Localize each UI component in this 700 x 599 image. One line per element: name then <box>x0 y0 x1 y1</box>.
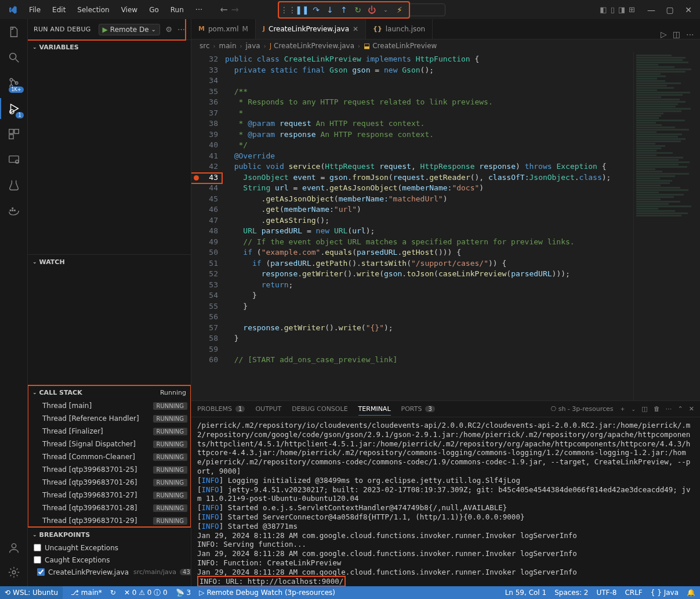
split-editor-icon[interactable]: ◫ <box>673 30 680 39</box>
breakpoint-file[interactable]: CreateLinkPreview.java src/main/java 43 <box>34 566 191 578</box>
callstack-thread[interactable]: Thread [qtp399683701-29]RUNNING <box>28 514 191 527</box>
status-language[interactable]: { } Java <box>651 589 679 597</box>
more-icon[interactable]: ⋯ <box>177 25 185 34</box>
step-into-icon[interactable]: ↓ <box>324 3 336 16</box>
tab-ports[interactable]: PORTS3 <box>401 405 435 413</box>
hot-reload-icon[interactable]: ⚡ <box>393 3 406 16</box>
new-terminal-icon[interactable]: ＋ <box>619 405 626 413</box>
accounts-icon[interactable] <box>6 540 22 556</box>
status-notifications[interactable]: 🔔 <box>687 589 695 597</box>
svg-rect-12 <box>12 210 13 211</box>
restart-icon[interactable]: ↻ <box>351 3 364 16</box>
gear-icon[interactable]: ⚙ <box>165 25 172 34</box>
tab-problems[interactable]: PROBLEMS1 <box>197 405 245 413</box>
menu-more[interactable]: ··· <box>191 3 207 16</box>
trash-icon[interactable]: 🗑 <box>654 405 660 413</box>
settings-gear-icon[interactable] <box>6 564 22 580</box>
layout-icon[interactable]: ◨ <box>618 5 625 14</box>
svg-point-10 <box>15 160 19 164</box>
explorer-icon[interactable] <box>6 24 22 40</box>
pause-icon[interactable]: ❚❚ <box>296 3 309 16</box>
breadcrumb[interactable]: src›main›java›J CreateLinkPreview.java›⬓… <box>191 39 700 52</box>
maximize-icon[interactable]: ▢ <box>662 5 678 15</box>
menu-run[interactable]: Run <box>166 3 188 16</box>
svg-point-0 <box>9 53 16 60</box>
callstack-thread[interactable]: Thread [Finalizer]RUNNING <box>28 425 191 438</box>
code-editor[interactable]: public class CreateLinkPreview implement… <box>225 52 633 400</box>
chevron-down-icon[interactable]: ⌄ <box>632 406 636 412</box>
extensions-icon[interactable] <box>6 126 22 142</box>
callstack-thread[interactable]: Thread [qtp399683701-25]RUNNING <box>28 463 191 476</box>
stop-icon[interactable]: ⏻ <box>365 3 378 16</box>
close-icon[interactable]: ✕ <box>680 5 697 15</box>
callstack-thread[interactable]: Thread [qtp399683701-28]RUNNING <box>28 501 191 514</box>
source-control-icon[interactable]: 1K+ <box>6 75 22 91</box>
svg-rect-13 <box>14 210 16 211</box>
chevron-down-icon[interactable]: ⌄ <box>379 3 392 16</box>
section-watch[interactable]: ⌄WATCH <box>28 255 191 269</box>
callstack-thread[interactable]: Thread [qtp399683701-26]RUNNING <box>28 476 191 489</box>
editor-tab[interactable]: Mpom.xml M <box>191 19 256 39</box>
callstack-thread[interactable]: Thread [Reference Handler]RUNNING <box>28 412 191 425</box>
editor-gutter[interactable]: 3233343536373839404142434445464748495051… <box>191 52 225 400</box>
callstack-thread[interactable]: Thread [Common-Cleaner]RUNNING <box>28 450 191 463</box>
menu-edit[interactable]: Edit <box>48 3 70 16</box>
status-remote[interactable]: ⟲ WSL: Ubuntu <box>0 586 63 599</box>
debug-toolbar: ⋮⋮ ❚❚ ↷ ↓ ↑ ↻ ⏻ ⌄ ⚡ <box>278 2 409 18</box>
breakpoint-uncaught[interactable]: Uncaught Exceptions <box>34 542 191 554</box>
status-sync[interactable]: ↻ <box>110 586 116 599</box>
docker-icon[interactable] <box>6 203 22 219</box>
layout-icon[interactable]: ⊞ <box>629 5 635 14</box>
menu-selection[interactable]: Selection <box>72 3 114 16</box>
callstack-thread[interactable]: Thread [qtp399683701-27]RUNNING <box>28 489 191 501</box>
tab-output[interactable]: OUTPUT <box>255 405 281 413</box>
search-icon[interactable] <box>6 49 22 66</box>
minimap[interactable] <box>633 52 700 400</box>
debug-config-selector[interactable]: ▶ Remote De ⌄ <box>99 24 160 35</box>
more-icon[interactable]: ⋯ <box>686 30 694 39</box>
status-debug[interactable]: ▷ Remote Debug Watch (3p-resources) <box>199 586 335 599</box>
step-over-icon[interactable]: ↷ <box>310 3 322 16</box>
callstack-thread[interactable]: Thread [Signal Dispatcher]RUNNING <box>28 438 191 450</box>
layout-icon[interactable]: ◧ <box>600 5 607 14</box>
status-ports[interactable]: 📡 3 <box>176 586 191 599</box>
close-panel-icon[interactable]: ✕ <box>689 405 694 413</box>
editor-tab[interactable]: JCreateLinkPreview.java ✕ <box>256 19 366 39</box>
menu-view[interactable]: View <box>117 3 142 16</box>
run-debug-icon[interactable]: 1 <box>6 100 22 117</box>
status-position[interactable]: Ln 59, Col 1 <box>505 589 547 597</box>
terminal-label[interactable]: ⎔ sh - 3p-resources <box>551 405 614 413</box>
section-breakpoints[interactable]: ⌄BREAKPOINTS <box>28 528 191 542</box>
status-eol[interactable]: CRLF <box>625 589 642 597</box>
tab-terminal[interactable]: TERMINAL <box>358 405 391 416</box>
editor-tab[interactable]: {}launch.json <box>366 19 433 39</box>
drag-handle-icon[interactable]: ⋮⋮ <box>282 3 295 16</box>
status-spaces[interactable]: Spaces: 2 <box>554 589 588 597</box>
testing-icon[interactable] <box>6 177 22 193</box>
menu-go[interactable]: Go <box>144 3 164 16</box>
layout-icon[interactable]: ▯ <box>611 5 615 14</box>
svg-rect-8 <box>9 135 13 139</box>
status-branch[interactable]: ⎇ main* <box>71 586 102 599</box>
more-icon[interactable]: ⋯ <box>666 405 672 413</box>
status-encoding[interactable]: UTF-8 <box>596 589 616 597</box>
svg-rect-6 <box>9 129 13 133</box>
title-bar: File Edit Selection View Go Run ··· ← → … <box>0 0 700 19</box>
nav-back-icon[interactable]: ← <box>220 4 227 15</box>
chevron-up-icon[interactable]: ⌃ <box>678 405 683 413</box>
run-icon[interactable]: ▷ <box>661 30 667 39</box>
close-tab-icon[interactable]: ✕ <box>353 25 358 33</box>
breakpoint-caught[interactable]: Caught Exceptions <box>34 554 191 566</box>
split-terminal-icon[interactable]: ◫ <box>641 405 647 413</box>
status-diagnostics[interactable]: ✕ 0 ⚠ 0 ⓘ 0 <box>124 586 168 599</box>
nav-forward-icon[interactable]: → <box>231 4 239 15</box>
section-variables[interactable]: ⌄VARIABLES <box>28 40 191 54</box>
section-callstack[interactable]: ⌄CALL STACKRunning <box>28 385 191 399</box>
tab-debug-console[interactable]: DEBUG CONSOLE <box>292 405 347 413</box>
menu-file[interactable]: File <box>24 3 45 16</box>
minimize-icon[interactable]: — <box>643 5 659 15</box>
callstack-thread[interactable]: Thread [main]RUNNING <box>28 399 191 412</box>
step-out-icon[interactable]: ↑ <box>338 3 350 16</box>
terminal-output[interactable]: /pierrick/.m2/repository/io/cloudevents/… <box>191 417 700 586</box>
remote-explorer-icon[interactable] <box>6 151 22 168</box>
